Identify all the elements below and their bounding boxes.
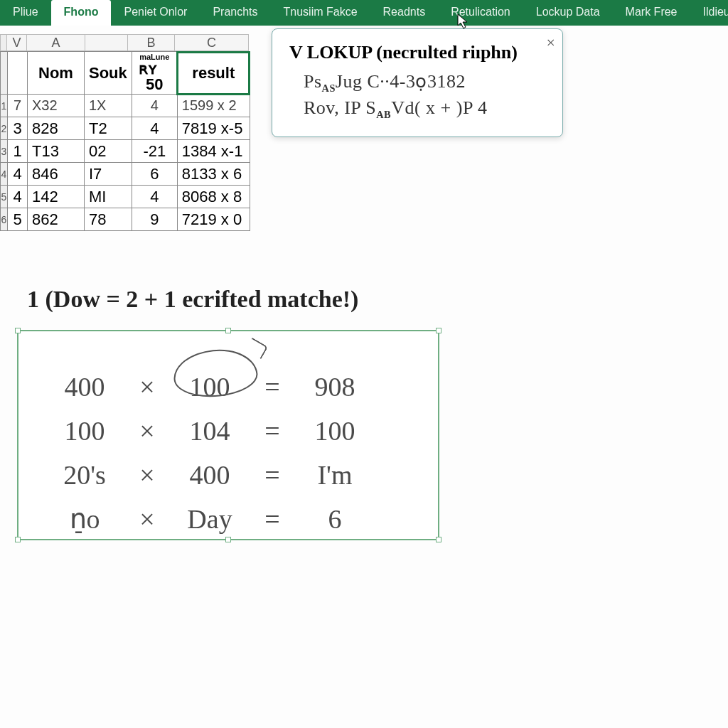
cell-b[interactable]: 4 bbox=[132, 95, 177, 117]
tooltip-line2-b: Vd( x + )P 4 bbox=[391, 97, 487, 118]
eq-a: 400 bbox=[60, 371, 109, 402]
close-icon[interactable]: × bbox=[547, 33, 555, 52]
eq-r: 908 bbox=[310, 371, 360, 402]
cell-result[interactable]: 1384 x-1 bbox=[177, 140, 250, 163]
cell-souk[interactable]: 78 bbox=[85, 208, 132, 231]
worksheet-grid[interactable]: Nom Souk maLune ʀʏ 50 result 17X321X4159… bbox=[0, 51, 250, 231]
cell-result[interactable]: 7819 x-5 bbox=[177, 117, 250, 140]
ribbon: PliueFhonoPeniet OnlorPranchtsTnusiim Fa… bbox=[0, 0, 728, 26]
cell-b[interactable]: -21 bbox=[132, 140, 177, 163]
equation-textbox[interactable]: 400×100=908100×104=10020's×400=I'mn̠o×Da… bbox=[17, 330, 439, 540]
tooltip-line2: Rov, IP SABVd( x + )P 4 bbox=[304, 97, 545, 121]
header-index bbox=[8, 52, 28, 95]
cell-index[interactable]: 3 bbox=[8, 117, 28, 140]
ribbon-tab-retulication[interactable]: Retulication bbox=[438, 0, 523, 26]
eq-equals: = bbox=[247, 459, 297, 491]
eq-op: × bbox=[122, 371, 172, 402]
ribbon-tab-lockup-data[interactable]: Lockup Data bbox=[523, 0, 613, 26]
table-row[interactable]: 658627897219 x 0 bbox=[1, 208, 250, 231]
col-header-A[interactable]: A bbox=[27, 34, 85, 51]
cell-index[interactable]: 5 bbox=[8, 208, 28, 231]
cell-b[interactable]: 4 bbox=[132, 117, 177, 140]
cell-nom[interactable]: 828 bbox=[28, 117, 85, 140]
eq-r: I'm bbox=[310, 459, 360, 491]
cell-souk[interactable]: 02 bbox=[85, 140, 132, 163]
ribbon-tab-fhono[interactable]: Fhono bbox=[51, 0, 112, 26]
table-row[interactable]: 23828T247819 x-5 bbox=[1, 117, 250, 140]
ribbon-tab-pranchts[interactable]: Pranchts bbox=[200, 0, 270, 26]
vlookup-tooltip: × V LOKUP (necrulted riıphn) PsASJug C··… bbox=[272, 28, 563, 137]
eq-a: 100 bbox=[60, 415, 109, 446]
row-header[interactable]: 4 bbox=[1, 163, 8, 186]
cell-nom[interactable]: X32 bbox=[28, 95, 85, 117]
equation-row: 100×104=100 bbox=[60, 415, 360, 446]
eq-op: × bbox=[122, 415, 172, 446]
cell-index[interactable]: 4 bbox=[8, 163, 28, 186]
equation-row: 400×100=908 bbox=[60, 371, 360, 402]
resize-handle[interactable] bbox=[436, 328, 441, 333]
ribbon-tab-ildieulitis[interactable]: Ildieulitis bbox=[690, 0, 728, 26]
cell-nom[interactable]: T13 bbox=[28, 140, 85, 163]
cell-index[interactable]: 1 bbox=[8, 140, 28, 163]
cell-nom[interactable]: 142 bbox=[28, 186, 85, 208]
eq-a: 20's bbox=[60, 459, 109, 491]
row-header[interactable]: 2 bbox=[1, 117, 8, 140]
resize-handle[interactable] bbox=[225, 328, 231, 333]
header-mini-right: 50 bbox=[146, 75, 163, 93]
table-row[interactable]: 17X321X41599 x 2 bbox=[1, 95, 250, 117]
cell-index[interactable]: 4 bbox=[8, 186, 28, 208]
resize-handle[interactable] bbox=[15, 328, 21, 333]
cell-souk[interactable]: 1X bbox=[85, 95, 132, 117]
col-header-blank[interactable] bbox=[85, 34, 128, 51]
cell-b[interactable]: 6 bbox=[132, 163, 177, 186]
eq-r: 6 bbox=[310, 503, 360, 535]
row-header[interactable]: 6 bbox=[1, 208, 8, 231]
select-all-corner[interactable] bbox=[0, 34, 7, 51]
table-row[interactable]: 31T1302-211384 x-1 bbox=[1, 140, 250, 163]
ribbon-tab-readnts[interactable]: Readnts bbox=[370, 0, 439, 26]
eq-op: × bbox=[122, 503, 172, 535]
cell-result[interactable]: 8133 x 6 bbox=[177, 163, 250, 186]
tooltip-line2-a: Rov, IP S bbox=[304, 97, 376, 118]
cell-result[interactable]: 8068 x 8 bbox=[177, 186, 250, 208]
cell-souk[interactable]: T2 bbox=[85, 117, 132, 140]
ribbon-tab-mark-free[interactable]: Mark Free bbox=[613, 0, 690, 26]
resize-handle[interactable] bbox=[436, 537, 441, 542]
row-header[interactable]: 1 bbox=[1, 95, 8, 117]
ribbon-tab-pliue[interactable]: Pliue bbox=[0, 0, 51, 26]
col-header-V[interactable]: V bbox=[7, 34, 27, 51]
tooltip-title: V LOKUP (necrulted riıphn) bbox=[289, 42, 545, 63]
row-header[interactable]: 3 bbox=[1, 140, 8, 163]
eq-b: 100 bbox=[185, 371, 235, 402]
eq-b: Day bbox=[185, 503, 235, 535]
tooltip-line1: PsASJug C··4-3ọ3182 bbox=[304, 70, 545, 95]
table-row[interactable]: 44846I768133 x 6 bbox=[1, 163, 250, 186]
eq-b: 104 bbox=[185, 415, 235, 446]
resize-handle[interactable] bbox=[15, 537, 21, 542]
section-heading: 1 (Dow = 2 + 1 ecrifted matche!) bbox=[27, 286, 358, 313]
tooltip-line2-sub: AB bbox=[376, 109, 391, 120]
cell-result[interactable]: 1599 x 2 bbox=[177, 95, 250, 117]
column-header-strip: V A B C bbox=[0, 34, 249, 51]
ribbon-tab-peniet-onlor[interactable]: Peniet Onlor bbox=[111, 0, 200, 26]
col-header-B[interactable]: B bbox=[128, 34, 175, 51]
table-row[interactable]: 54142MI48068 x 8 bbox=[1, 186, 250, 208]
cell-souk[interactable]: MI bbox=[85, 186, 132, 208]
header-result[interactable]: result bbox=[177, 52, 250, 95]
cell-index[interactable]: 7 bbox=[8, 95, 28, 117]
cell-nom[interactable]: 846 bbox=[28, 163, 85, 186]
eq-b: 400 bbox=[185, 459, 235, 491]
cell-souk[interactable]: I7 bbox=[85, 163, 132, 186]
row-header[interactable]: 5 bbox=[1, 186, 8, 208]
header-mini: maLune ʀʏ 50 bbox=[132, 52, 177, 95]
eq-equals: = bbox=[247, 371, 297, 402]
equation-table: 400×100=908100×104=10020's×400=I'mn̠o×Da… bbox=[47, 358, 373, 547]
cell-b[interactable]: 9 bbox=[132, 208, 177, 231]
ribbon-tab-tnusiim-fakce[interactable]: Tnusiim Fakce bbox=[271, 0, 370, 26]
eq-r: 100 bbox=[310, 415, 360, 446]
cell-b[interactable]: 4 bbox=[132, 186, 177, 208]
cell-result[interactable]: 7219 x 0 bbox=[177, 208, 250, 231]
tooltip-line1-a: Ps bbox=[304, 71, 322, 92]
col-header-C[interactable]: C bbox=[175, 34, 249, 51]
cell-nom[interactable]: 862 bbox=[28, 208, 85, 231]
